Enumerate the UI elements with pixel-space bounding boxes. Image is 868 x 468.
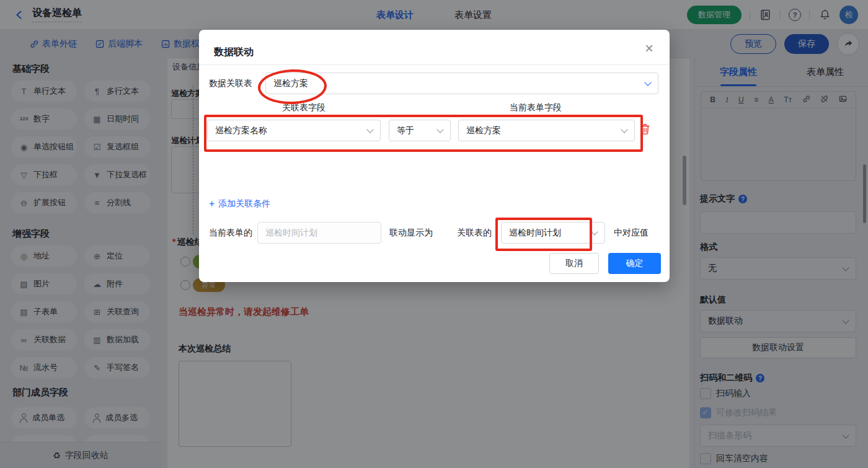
delete-condition-trash-icon[interactable]: [640, 123, 650, 138]
plus-icon: +: [209, 198, 215, 210]
current-form-prefix-label: 当前表单的: [209, 222, 252, 244]
column-header-current-field: 当前表单字段: [492, 102, 579, 113]
display-as-label: 联动显示为: [389, 222, 433, 244]
modal-header-divider: [199, 64, 670, 65]
condition-operator-select[interactable]: 等于: [389, 120, 451, 141]
current-form-field-input[interactable]: 巡检时间计划: [257, 222, 381, 244]
link-table-select[interactable]: 巡检方案: [265, 73, 658, 94]
corresponding-value-label: 中对应值: [614, 222, 649, 244]
modal-title: 数据联动: [214, 46, 254, 59]
condition-linked-field-select[interactable]: 巡检方案名称: [207, 120, 381, 141]
column-header-linked-field: 关联表字段: [260, 102, 347, 113]
linked-table-field-select[interactable]: 巡检时间计划: [501, 222, 605, 244]
chevron-down-icon: [591, 228, 598, 235]
condition-current-field-select[interactable]: 巡检方案: [458, 120, 635, 141]
linked-table-prefix-label: 关联表的: [457, 222, 492, 244]
cancel-button[interactable]: 取消: [549, 253, 599, 274]
link-table-label: 数据关联表: [209, 73, 252, 94]
add-condition-link[interactable]: + 添加关联条件: [209, 198, 270, 210]
chevron-down-icon: [436, 126, 443, 133]
form-designer-app: 设备巡检单 表单设计 表单设置 数据管理 ? 检 表单外链 后端: [0, 0, 868, 468]
confirm-button[interactable]: 确定: [608, 253, 661, 274]
chevron-down-icon: [644, 79, 651, 86]
data-linkage-modal: 数据联动 × 数据关联表 巡检方案 关联表字段 当前表单字段 巡检方案名称 等于…: [199, 30, 670, 282]
chevron-down-icon: [366, 126, 373, 133]
chevron-down-icon: [621, 126, 627, 133]
close-icon[interactable]: ×: [645, 41, 653, 56]
